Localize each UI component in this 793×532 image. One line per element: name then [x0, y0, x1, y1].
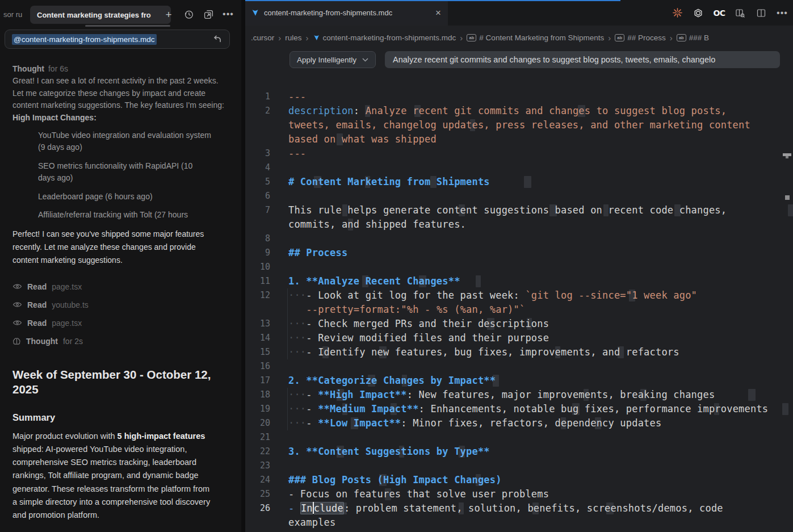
code-line[interactable]: 111. **Analyze Recent Changes**: [245, 274, 793, 288]
history-icon[interactable]: [182, 8, 195, 20]
line-number: 10: [245, 260, 270, 274]
apply-intelligently-button[interactable]: Apply Intelligently: [289, 51, 376, 68]
breadcrumb-item[interactable]: content-marketing-from-shipments.mdc: [313, 33, 456, 42]
code-line[interactable]: 2description: Analyze recent git commits…: [245, 104, 793, 118]
thought-row-2s[interactable]: Thoughtfor 2s: [12, 332, 229, 350]
code-line[interactable]: 18···- **High Impact**: New features, ma…: [245, 388, 793, 402]
undo-icon[interactable]: [212, 34, 223, 44]
code-line[interactable]: 223. **Content Suggestions by Type**: [245, 445, 793, 459]
code-line[interactable]: 9## Process: [245, 246, 793, 260]
line-number: 4: [245, 161, 270, 175]
breadcrumb-label: rules: [285, 33, 301, 42]
oc-logo[interactable]: OC: [713, 7, 725, 19]
close-icon[interactable]: ×: [435, 8, 441, 18]
tool-call-row[interactable]: Readpage.tsx: [12, 314, 229, 332]
code-line[interactable]: 7This rule helps generate content sugges…: [245, 203, 793, 217]
claude-spark-icon[interactable]: [671, 7, 683, 19]
chat-tab-active[interactable]: Content marketing strategies fro: [30, 6, 171, 24]
code-line[interactable]: based on what was shipped: [245, 132, 793, 146]
code-line[interactable]: 5# Content Marketing from Shipments: [245, 175, 793, 189]
line-number: 8: [245, 232, 270, 246]
code-line[interactable]: 4: [245, 161, 793, 175]
breadcrumb-item[interactable]: ab# Content Marketing from Shipments: [467, 33, 604, 42]
tool-target: page.tsx: [52, 319, 82, 328]
line-number: [245, 516, 270, 530]
code-line[interactable]: 12···- Look at git log for the past week…: [245, 288, 793, 303]
editor-group-accent-line: [245, 0, 620, 1]
thought-label: Thought: [26, 337, 58, 346]
thinking-paragraph: Great! I can see a lot of recent activit…: [12, 75, 227, 112]
code-line[interactable]: 8: [245, 232, 793, 246]
openai-icon[interactable]: [692, 7, 704, 19]
chat-panel: sor ru Content marketing strategies fro …: [0, 0, 241, 532]
tabstrip-scrollbar[interactable]: [85, 25, 170, 27]
chat-heading: Week of September 30 - October 12, 2025: [12, 367, 224, 397]
thought-row-6s[interactable]: Thought for 6s: [12, 64, 229, 73]
breadcrumb-label: # Content Marketing from Shipments: [479, 33, 604, 42]
chat-header: sor ru Content marketing strategies fro …: [0, 0, 241, 26]
line-number: 23: [245, 459, 270, 473]
code-line[interactable]: 24### Blog Posts (High Impact Changes): [245, 473, 793, 487]
code-line[interactable]: 1---: [245, 90, 793, 104]
code-editor[interactable]: 1---2description: Analyze recent git com…: [245, 90, 793, 532]
code-line[interactable]: 20···- **Low Impact**: Minor fixes, refa…: [245, 416, 793, 430]
apply-bar: Apply Intelligently Analyze recent git c…: [289, 51, 780, 68]
editor-tab[interactable]: content-marketing-from-shipments.mdc ×: [245, 0, 448, 26]
code-line[interactable]: 15···- Identify new features, bug fixes,…: [245, 345, 793, 359]
context-file-name: @content-marketing-from-shipments.mdc: [12, 34, 157, 45]
code-line[interactable]: 6: [245, 189, 793, 203]
thinking-subheading: High Impact Changes:: [12, 113, 229, 122]
code-line[interactable]: 14···- Review modified files and their p…: [245, 331, 793, 345]
breadcrumb-item[interactable]: rules: [285, 33, 301, 42]
code-line[interactable]: 10: [245, 260, 793, 274]
context-file-pill[interactable]: @content-marketing-from-shipments.mdc: [5, 30, 230, 49]
line-number: 3: [245, 146, 270, 161]
tool-call-row[interactable]: Readyoutube.ts: [12, 296, 229, 314]
thinking-list-item: Leaderboard page (6 hours ago): [38, 191, 211, 203]
code-line[interactable]: 172. **Categorize Changes by Impact**: [245, 374, 793, 388]
scrollbar-cursor-marker: [783, 153, 791, 156]
breadcrumb-item[interactable]: ab### B: [677, 33, 709, 42]
response-paragraph: Perfect! I can see you've shipped some m…: [12, 228, 216, 267]
background-tab-label[interactable]: sor ru: [3, 10, 22, 19]
code-line[interactable]: 26- Include: problem statement, solution…: [245, 501, 793, 516]
symbol-string-icon: ab: [677, 34, 686, 41]
chat-subheading: Summary: [12, 412, 229, 423]
thinking-list: YouTube video integration and evaluation…: [12, 129, 211, 221]
apply-prompt-input[interactable]: Analyze recent git commits and changes t…: [385, 51, 780, 68]
code-line[interactable]: commits, and shipped features.: [245, 217, 793, 232]
editor-pane: content-marketing-from-shipments.mdc × O…: [245, 0, 793, 532]
breadcrumb-item[interactable]: .cursor: [251, 33, 274, 42]
chat-tab-title: Content marketing strategies fro: [37, 11, 151, 19]
thinking-list-item: YouTube video integration and evaluation…: [38, 129, 211, 154]
line-number: 13: [245, 317, 270, 331]
code-line[interactable]: 21: [245, 430, 793, 445]
code-line[interactable]: ···--pretty=format:"%h - %s (%an, %ar)"`: [245, 303, 793, 317]
code-line[interactable]: 25- Focus on features that solve user pr…: [245, 487, 793, 501]
line-number: 12: [245, 288, 270, 303]
code-line[interactable]: 13···- Check merged PRs and their descri…: [245, 317, 793, 331]
more-actions-icon[interactable]: •••: [776, 7, 788, 19]
code-line[interactable]: 23: [245, 459, 793, 473]
line-number: [245, 217, 270, 232]
line-number: [245, 132, 270, 146]
breadcrumb-label: .cursor: [251, 33, 274, 42]
line-number: 1: [245, 90, 270, 104]
code-line[interactable]: tweets, emails, changelog updates, press…: [245, 118, 793, 132]
split-editor-search-icon[interactable]: [734, 7, 746, 19]
new-chat-icon[interactable]: +: [162, 8, 175, 20]
chevron-down-icon: [362, 58, 368, 62]
line-number: 11: [245, 274, 270, 288]
breadcrumb-item[interactable]: ab## Process: [615, 33, 666, 42]
line-number: 15: [245, 345, 270, 359]
code-line[interactable]: 19···- **Medium Impact**: Enhancements, …: [245, 402, 793, 416]
chat-more-icon[interactable]: •••: [222, 8, 234, 20]
code-line[interactable]: examples: [245, 516, 793, 530]
tool-call-row[interactable]: Readpage.tsx: [12, 278, 229, 296]
code-line[interactable]: 3---: [245, 146, 793, 161]
split-editor-icon[interactable]: [755, 7, 767, 19]
line-number: 18: [245, 388, 270, 402]
duplicate-chat-icon[interactable]: [202, 8, 215, 20]
breadcrumb: .cursor›rules›content-marketing-from-shi…: [251, 30, 793, 45]
code-line[interactable]: 16: [245, 359, 793, 374]
